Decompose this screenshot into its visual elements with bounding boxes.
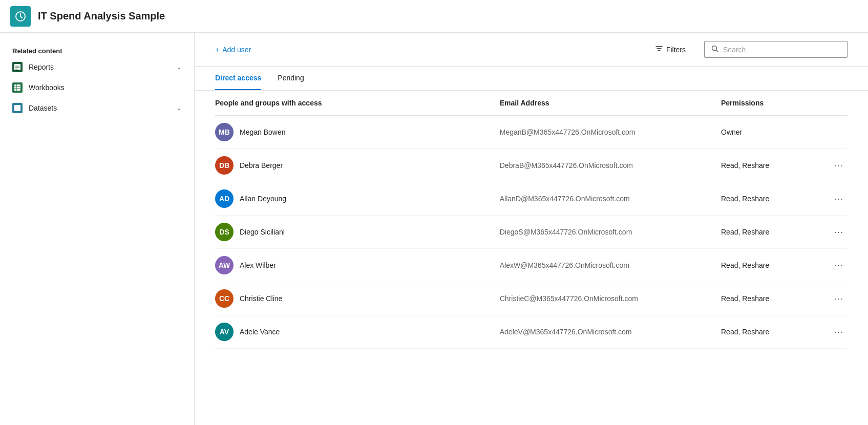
avatar-1: DB <box>215 156 234 175</box>
permission-value-4: Read, Reshare <box>721 261 769 269</box>
col-header-email: Email Address <box>500 91 721 116</box>
email-text-1: DebraB@M365x447726.OnMicrosoft.com <box>500 161 633 169</box>
table-row: MB Megan Bowen MeganB@M365x447726.OnMicr… <box>215 116 848 149</box>
person-name-5: Christie Cline <box>240 294 282 303</box>
col-header-permissions: Permissions <box>721 91 848 116</box>
datasets-icon <box>12 103 23 113</box>
tabs-container: Direct access Pending <box>195 67 868 91</box>
filter-icon <box>655 45 663 54</box>
access-table: People and groups with access Email Addr… <box>215 91 848 349</box>
person-name-0: Megan Bowen <box>240 128 286 136</box>
person-cell-2: AD Allan Deyoung <box>215 182 500 216</box>
avatar-3: DS <box>215 223 234 241</box>
permission-cell-5: Read, Reshare ··· <box>721 282 848 315</box>
person-cell-6: AV Adele Vance <box>215 315 500 349</box>
more-options-button-5[interactable]: ··· <box>830 291 848 306</box>
permission-cell-6: Read, Reshare ··· <box>721 315 848 349</box>
reports-icon <box>12 62 23 72</box>
sidebar-item-workbooks-label: Workbooks <box>29 83 65 92</box>
sidebar: Related content Reports ⌄ <box>0 33 195 425</box>
permission-cell-2: Read, Reshare ··· <box>721 182 848 216</box>
email-cell-1: DebraB@M365x447726.OnMicrosoft.com <box>500 149 721 182</box>
workbooks-icon <box>12 82 23 93</box>
person-name-2: Allan Deyoung <box>240 195 286 203</box>
email-text-6: AdeleV@M365x447726.OnMicrosoft.com <box>500 328 632 336</box>
col-header-name: People and groups with access <box>215 91 500 116</box>
table-row: CC Christie Cline ChristieC@M365x447726.… <box>215 282 848 315</box>
table-row: AW Alex Wilber AlexW@M365x447726.OnMicro… <box>215 249 848 282</box>
email-cell-6: AdeleV@M365x447726.OnMicrosoft.com <box>500 315 721 349</box>
email-cell-4: AlexW@M365x447726.OnMicrosoft.com <box>500 249 721 282</box>
table-row: DS Diego Siciliani DiegoS@M365x447726.On… <box>215 216 848 249</box>
person-cell-4: AW Alex Wilber <box>215 249 500 282</box>
tab-pending[interactable]: Pending <box>278 67 304 90</box>
permission-cell-4: Read, Reshare ··· <box>721 249 848 282</box>
email-text-2: AllanD@M365x447726.OnMicrosoft.com <box>500 195 630 203</box>
email-cell-2: AllanD@M365x447726.OnMicrosoft.com <box>500 182 721 216</box>
avatar-0: MB <box>215 123 234 141</box>
more-options-button-2[interactable]: ··· <box>830 192 848 206</box>
filters-button[interactable]: Filters <box>649 41 692 57</box>
avatar-2: AD <box>215 189 234 208</box>
email-cell-5: ChristieC@M365x447726.OnMicrosoft.com <box>500 282 721 315</box>
email-text-4: AlexW@M365x447726.OnMicrosoft.com <box>500 261 629 269</box>
app-icon <box>10 6 31 27</box>
search-icon <box>711 45 719 54</box>
related-content-title: Related content <box>0 43 194 57</box>
person-name-1: Debra Berger <box>240 161 283 169</box>
avatar-5: CC <box>215 289 234 308</box>
person-cell-0: MB Megan Bowen <box>215 116 500 149</box>
person-cell-5: CC Christie Cline <box>215 282 500 315</box>
access-table-container: People and groups with access Email Addr… <box>195 91 868 425</box>
person-name-6: Adele Vance <box>240 328 280 336</box>
plus-icon: + <box>215 46 219 54</box>
permission-value-5: Read, Reshare <box>721 294 769 303</box>
main-content: + Add user Filters <box>195 33 868 425</box>
filters-label: Filters <box>666 46 686 54</box>
sidebar-item-workbooks[interactable]: Workbooks <box>0 77 194 98</box>
more-options-button-4[interactable]: ··· <box>830 258 848 273</box>
add-user-button[interactable]: + Add user <box>215 42 251 57</box>
person-name-3: Diego Siciliani <box>240 228 285 236</box>
table-row: DB Debra Berger DebraB@M365x447726.OnMic… <box>215 149 848 182</box>
person-cell-1: DB Debra Berger <box>215 149 500 182</box>
email-text-0: MeganB@M365x447726.OnMicrosoft.com <box>500 128 636 136</box>
email-text-3: DiegoS@M365x447726.OnMicrosoft.com <box>500 228 632 236</box>
permission-cell-0: Owner <box>721 116 848 149</box>
permission-cell-1: Read, Reshare ··· <box>721 149 848 182</box>
svg-line-12 <box>716 50 718 52</box>
search-input[interactable] <box>723 46 841 54</box>
sidebar-item-reports[interactable]: Reports ⌄ <box>0 57 194 77</box>
more-options-button-1[interactable]: ··· <box>830 158 848 173</box>
sidebar-item-reports-label: Reports <box>29 63 54 71</box>
person-name-4: Alex Wilber <box>240 261 276 269</box>
table-row: AD Allan Deyoung AllanD@M365x447726.OnMi… <box>215 182 848 216</box>
email-cell-0: MeganB@M365x447726.OnMicrosoft.com <box>500 116 721 149</box>
avatar-6: AV <box>215 323 234 341</box>
permission-value-2: Read, Reshare <box>721 195 769 203</box>
reports-chevron-icon: ⌄ <box>177 63 182 71</box>
svg-rect-5 <box>14 84 20 91</box>
email-cell-3: DiegoS@M365x447726.OnMicrosoft.com <box>500 216 721 249</box>
svg-rect-9 <box>14 105 20 111</box>
person-cell-3: DS Diego Siciliani <box>215 216 500 249</box>
add-user-label: Add user <box>222 46 251 54</box>
permission-cell-3: Read, Reshare ··· <box>721 216 848 249</box>
table-row: AV Adele Vance AdeleV@M365x447726.OnMicr… <box>215 315 848 349</box>
sidebar-item-datasets[interactable]: Datasets ⌄ <box>0 98 194 118</box>
more-options-button-6[interactable]: ··· <box>830 325 848 339</box>
datasets-chevron-icon: ⌄ <box>177 104 182 112</box>
permission-value-6: Read, Reshare <box>721 328 769 336</box>
tab-direct-access[interactable]: Direct access <box>215 67 261 90</box>
email-text-5: ChristieC@M365x447726.OnMicrosoft.com <box>500 294 638 303</box>
search-container[interactable] <box>704 41 848 58</box>
page-title: IT Spend Analysis Sample <box>38 10 165 22</box>
permission-value-3: Read, Reshare <box>721 228 769 236</box>
permission-value-0: Owner <box>721 128 742 136</box>
more-options-button-3[interactable]: ··· <box>830 225 848 240</box>
sidebar-item-datasets-label: Datasets <box>29 104 57 112</box>
avatar-4: AW <box>215 256 234 274</box>
toolbar: + Add user Filters <box>195 33 868 67</box>
permission-value-1: Read, Reshare <box>721 161 769 169</box>
